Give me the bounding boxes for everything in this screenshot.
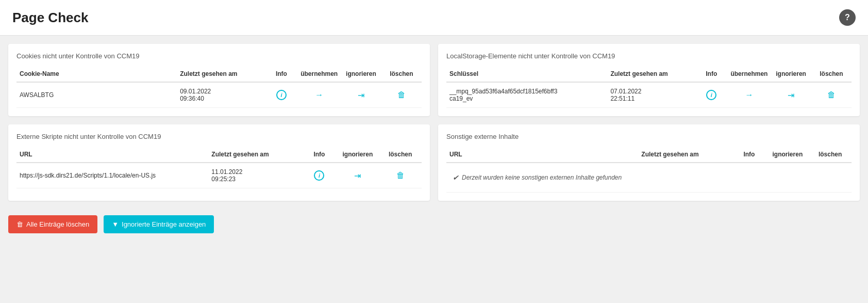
ls-col-ignore: ignorieren [771, 66, 811, 82]
oe-col-last-seen: Zuletzt gesehen am [638, 147, 732, 163]
oe-col-info: Info [732, 147, 766, 163]
other-external-table: URL Zuletzt gesehen am Info ignorieren l… [446, 147, 852, 193]
no-entries-text: Derzeit wurden keine sonstigen externen … [462, 174, 622, 181]
es-url: https://js-sdk.dirs21.de/Scripts/1.1/loc… [16, 163, 208, 188]
delete-all-label: Alle Einträge löschen [26, 220, 89, 228]
show-ignored-label: Ignorierte Einträge anzeigen [122, 220, 206, 228]
ls-key: __mpq_95ad53f6a4af65dcf1815ef6bff3ca19_e… [446, 82, 607, 108]
ignore-icon[interactable]: ⇥ [358, 91, 364, 100]
show-ignored-button[interactable]: ▼ Ignorierte Einträge anzeigen [104, 215, 214, 233]
ls-col-delete: löschen [811, 66, 852, 82]
ls-last-seen: 07.01.202222:51:11 [607, 82, 695, 108]
es-col-ignore: ignorieren [337, 147, 379, 163]
delete-icon[interactable]: 🗑 [396, 171, 405, 180]
ls-col-info: Info [695, 66, 727, 82]
cookies-col-name: Cookie-Name [16, 66, 177, 82]
cookies-col-ignore: ignorieren [341, 66, 381, 82]
main-content: Cookies nicht unter Kontrolle von CCM19 … [0, 36, 868, 209]
info-icon[interactable]: i [276, 90, 287, 100]
oe-col-ignore: ignorieren [766, 147, 809, 163]
no-entries-message: ✔ Derzeit wurden keine sonstigen externe… [449, 168, 848, 187]
help-button[interactable]: ? [839, 9, 856, 26]
es-info-cell: i [302, 163, 336, 188]
delete-all-button[interactable]: 🗑 Alle Einträge löschen [8, 215, 97, 233]
ls-col-key: Schlüssel [446, 66, 607, 82]
es-col-last-seen: Zuletzt gesehen am [208, 147, 302, 163]
cookie-takeover-cell: → [297, 82, 341, 108]
ls-ignore-cell: ⇥ [771, 82, 811, 108]
cookies-card-title: Cookies nicht unter Kontrolle von CCM19 [16, 52, 422, 60]
info-icon[interactable]: i [314, 170, 324, 181]
localstorage-table: Schlüssel Zuletzt gesehen am Info überne… [446, 66, 852, 108]
cookie-ignore-cell: ⇥ [341, 82, 381, 108]
cookies-col-last-seen: Zuletzt gesehen am [177, 66, 265, 82]
page-header: Page Check ? [0, 0, 868, 36]
cookies-col-takeover: übernehmen [297, 66, 341, 82]
cookie-delete-cell: 🗑 [381, 82, 422, 108]
delete-icon[interactable]: 🗑 [397, 90, 406, 99]
ignore-icon[interactable]: ⇥ [354, 171, 361, 180]
cookies-col-delete: löschen [381, 66, 422, 82]
page-title: Page Check [12, 10, 88, 26]
cookies-col-info: Info [265, 66, 297, 82]
es-col-delete: löschen [379, 147, 422, 163]
table-row: __mpq_95ad53f6a4af65dcf1815ef6bff3ca19_e… [446, 82, 852, 108]
localstorage-card: LocalStorage-Elemente nicht unter Kontro… [438, 44, 860, 116]
filter-icon: ▼ [112, 220, 119, 228]
localstorage-card-title: LocalStorage-Elemente nicht unter Kontro… [446, 52, 852, 60]
takeover-icon[interactable]: → [315, 90, 323, 99]
es-col-info: Info [302, 147, 336, 163]
external-scripts-table: URL Zuletzt gesehen am Info ignorieren l… [16, 147, 422, 188]
table-row: https://js-sdk.dirs21.de/Scripts/1.1/loc… [16, 163, 422, 188]
other-external-card-title: Sonstige externe Inhalte [446, 133, 852, 140]
cookie-last-seen: 09.01.202209:36:40 [177, 82, 265, 108]
oe-col-delete: löschen [809, 147, 852, 163]
ignore-icon[interactable]: ⇥ [788, 91, 794, 100]
es-ignore-cell: ⇥ [337, 163, 379, 188]
other-external-card: Sonstige externe Inhalte URL Zuletzt ges… [438, 124, 860, 201]
cookie-info-cell: i [265, 82, 297, 108]
cookies-card: Cookies nicht unter Kontrolle von CCM19 … [8, 44, 430, 116]
cookies-table: Cookie-Name Zuletzt gesehen am Info über… [16, 66, 422, 108]
external-scripts-card: Externe Skripte nicht unter Kontrolle vo… [8, 124, 430, 201]
footer: 🗑 Alle Einträge löschen ▼ Ignorierte Ein… [0, 209, 868, 240]
es-last-seen: 11.01.202209:25:23 [208, 163, 302, 188]
ls-takeover-cell: → [727, 82, 771, 108]
es-col-url: URL [16, 147, 208, 163]
table-row: ✔ Derzeit wurden keine sonstigen externe… [446, 163, 852, 193]
oe-col-url: URL [446, 147, 638, 163]
delete-icon[interactable]: 🗑 [827, 90, 836, 99]
no-entries-cell: ✔ Derzeit wurden keine sonstigen externe… [446, 163, 852, 193]
es-delete-cell: 🗑 [379, 163, 422, 188]
ls-delete-cell: 🗑 [811, 82, 852, 108]
ls-col-takeover: übernehmen [727, 66, 771, 82]
info-icon[interactable]: i [706, 90, 716, 100]
table-row: AWSALBTG 09.01.202209:36:40 i → ⇥ 🗑 [16, 82, 422, 108]
ls-info-cell: i [695, 82, 727, 108]
ls-col-last-seen: Zuletzt gesehen am [607, 66, 695, 82]
delete-all-icon: 🗑 [16, 220, 23, 228]
cookie-name: AWSALBTG [16, 82, 177, 108]
checkmark-icon: ✔ [453, 173, 459, 182]
external-scripts-card-title: Externe Skripte nicht unter Kontrolle vo… [16, 133, 422, 140]
takeover-icon[interactable]: → [745, 90, 753, 99]
